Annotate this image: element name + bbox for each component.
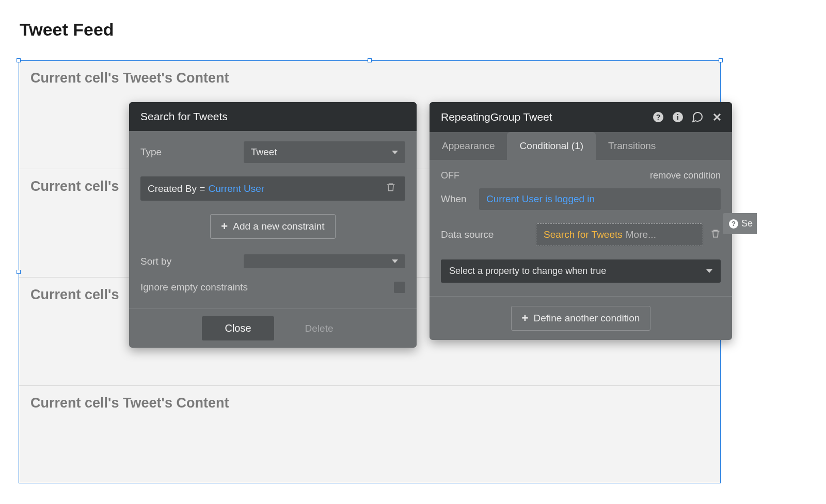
condition-top-row: OFF remove condition xyxy=(441,170,721,181)
page-title: Tweet Feed xyxy=(20,20,114,40)
sort-by-select[interactable] xyxy=(244,254,405,268)
comment-icon[interactable] xyxy=(691,110,704,124)
type-select-value: Tweet xyxy=(251,147,277,158)
plus-icon: + xyxy=(522,313,529,324)
data-source-expression-text: Search for Tweets xyxy=(544,229,623,240)
sort-by-label: Sort by xyxy=(140,256,244,267)
constraint-field: Created By = xyxy=(148,183,205,194)
cell-content-text[interactable]: Current cell's Tweet's Content xyxy=(30,395,709,411)
search-dialog-title: Search for Tweets xyxy=(140,110,228,123)
property-select-placeholder: Select a property to change when true xyxy=(449,266,606,277)
svg-rect-4 xyxy=(677,114,678,115)
inspector-body: OFF remove condition When Current User i… xyxy=(430,160,732,296)
svg-text:?: ? xyxy=(656,113,661,121)
element-inspector[interactable]: RepeatingGroup Tweet ? Appearance Condit… xyxy=(430,102,732,340)
type-select[interactable]: Tweet xyxy=(244,141,405,163)
chevron-down-icon xyxy=(706,269,712,273)
close-icon[interactable] xyxy=(710,110,724,124)
data-source-more[interactable]: More... xyxy=(626,229,656,240)
when-expression[interactable]: Current User is logged in xyxy=(479,188,721,210)
search-dialog[interactable]: Search for Tweets Type Tweet Created By … xyxy=(129,102,417,348)
define-another-label: Define another condition xyxy=(533,313,640,324)
define-condition-row: + Define another condition xyxy=(430,296,732,340)
type-label: Type xyxy=(140,147,244,158)
add-constraint-label: Add a new constraint xyxy=(233,221,324,232)
help-icon[interactable]: ? xyxy=(652,110,665,124)
svg-rect-3 xyxy=(677,116,678,120)
search-dialog-header[interactable]: Search for Tweets xyxy=(129,102,417,131)
condition-off-label[interactable]: OFF xyxy=(441,170,459,181)
type-row: Type Tweet xyxy=(140,141,405,163)
chevron-down-icon xyxy=(392,151,398,154)
tab-transitions[interactable]: Transitions xyxy=(596,132,668,160)
help-badge-icon: ? xyxy=(729,219,738,229)
delete-property-icon[interactable] xyxy=(710,228,721,242)
ignore-empty-label: Ignore empty constraints xyxy=(140,282,248,293)
delete-button[interactable]: Delete xyxy=(295,317,344,340)
inspector-title: RepeatingGroup Tweet xyxy=(441,111,552,123)
when-label: When xyxy=(441,193,472,205)
side-help-text: Se xyxy=(741,218,753,229)
data-source-expression[interactable]: Search for Tweets More... xyxy=(536,223,703,246)
search-dialog-body: Type Tweet Created By = Current User + A… xyxy=(129,131,417,308)
add-constraint-button[interactable]: + Add a new constraint xyxy=(210,214,335,239)
define-another-condition-button[interactable]: + Define another condition xyxy=(511,306,651,331)
property-select[interactable]: Select a property to change when true xyxy=(441,259,721,283)
info-icon[interactable] xyxy=(671,110,685,124)
plus-icon: + xyxy=(221,221,228,232)
ignore-empty-checkbox[interactable] xyxy=(394,282,405,293)
sort-by-row: Sort by xyxy=(140,254,405,268)
remove-condition-link[interactable]: remove condition xyxy=(650,170,721,181)
inspector-tabs: Appearance Conditional (1) Transitions xyxy=(430,132,732,160)
tab-appearance[interactable]: Appearance xyxy=(430,132,507,160)
constraint-row[interactable]: Created By = Current User xyxy=(140,176,405,201)
when-expression-text: Current User is logged in xyxy=(486,193,595,205)
chevron-down-icon xyxy=(392,259,398,263)
inspector-header-icons: ? xyxy=(652,110,724,124)
delete-constraint-icon[interactable] xyxy=(384,182,398,196)
repeating-group-row[interactable]: Current cell's Tweet's Content xyxy=(19,386,720,494)
search-dialog-footer: Close Delete xyxy=(129,308,417,348)
data-source-label: Data source xyxy=(441,229,529,240)
close-button[interactable]: Close xyxy=(202,316,274,340)
cell-content-text[interactable]: Current cell's Tweet's Content xyxy=(30,70,709,86)
tab-conditional[interactable]: Conditional (1) xyxy=(507,132,596,160)
constraint-value[interactable]: Current User xyxy=(208,183,264,194)
inspector-header[interactable]: RepeatingGroup Tweet ? xyxy=(430,102,732,132)
ignore-empty-row: Ignore empty constraints xyxy=(140,282,405,293)
side-help-tab[interactable]: ? Se xyxy=(723,213,757,234)
